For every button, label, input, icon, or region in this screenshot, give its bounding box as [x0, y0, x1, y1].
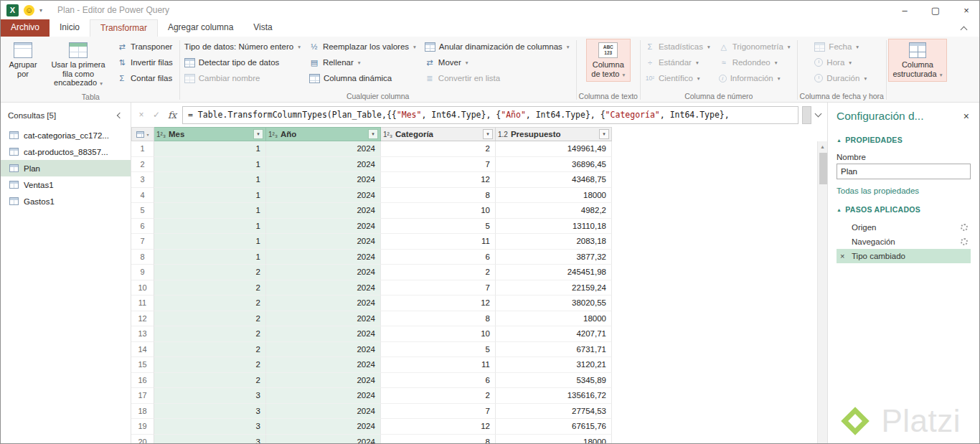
todas-las-propiedades-link[interactable]: Todas las propiedades — [837, 186, 971, 195]
tipo-de-datos-button[interactable]: Tipo de datos: Número entero ▾ — [182, 39, 305, 54]
cell[interactable]: 27754,53 — [496, 404, 612, 420]
filter-button[interactable]: ▾ — [253, 129, 263, 139]
formula-input[interactable]: = Table.TransformColumnTypes(Plan_Table,… — [182, 106, 798, 124]
gear-icon[interactable] — [961, 224, 968, 231]
cell[interactable]: 2024 — [266, 357, 381, 373]
cell[interactable]: 2024 — [266, 280, 381, 296]
agrupar-por-button[interactable]: Agrupar por — [4, 39, 42, 80]
cell[interactable]: 8 — [381, 311, 496, 327]
vertical-scrollbar[interactable]: ▲ — [817, 141, 827, 444]
row-number[interactable]: 3 — [131, 172, 154, 188]
cell[interactable]: 2 — [154, 342, 266, 358]
cell[interactable]: 2024 — [266, 250, 381, 265]
columna-estructurada-button[interactable]: Columna estructurada ▾ — [889, 39, 946, 81]
collapse-pane-icon[interactable] — [117, 113, 123, 118]
row-number[interactable]: 18 — [131, 404, 154, 420]
trigonometria-button[interactable]: △ Trigonometría ▾ — [717, 39, 795, 54]
row-number[interactable]: 14 — [131, 342, 154, 358]
sidebar-item-4[interactable]: Ventas1 — [1, 176, 131, 193]
cell[interactable]: 4207,71 — [496, 326, 612, 342]
mover-button[interactable]: ⇄ Mover ▾ — [423, 55, 574, 70]
row-number[interactable]: 2 — [131, 157, 154, 173]
rellenar-button[interactable]: ▤ Rellenar ▾ — [307, 55, 420, 70]
cell[interactable]: 1 — [154, 219, 266, 235]
cell[interactable]: 3 — [154, 435, 266, 444]
filter-button[interactable]: ▾ — [483, 129, 493, 139]
tab-inicio[interactable]: Inicio — [50, 19, 90, 37]
cell[interactable]: 7 — [381, 280, 496, 296]
row-number[interactable]: 12 — [131, 311, 154, 327]
cell[interactable]: 18000 — [496, 188, 612, 204]
cell[interactable]: 6731,71 — [496, 342, 612, 358]
cell[interactable]: 4982,2 — [496, 203, 612, 219]
cell[interactable]: 2024 — [266, 435, 381, 444]
cell[interactable]: 5345,89 — [496, 373, 612, 389]
cell[interactable]: 3 — [154, 419, 266, 435]
cell[interactable]: 13110,18 — [496, 219, 612, 235]
cell[interactable]: 2 — [154, 373, 266, 389]
cell[interactable]: 2024 — [266, 157, 381, 173]
row-number[interactable]: 19 — [131, 419, 154, 435]
gear-icon[interactable] — [961, 238, 968, 245]
cell[interactable]: 149961,49 — [496, 141, 612, 157]
cell[interactable]: 2024 — [266, 342, 381, 358]
cell[interactable]: 2 — [154, 296, 266, 311]
columna-dinamica-button[interactable]: Columna dinámica — [307, 71, 420, 85]
cell[interactable]: 2 — [154, 357, 266, 373]
cell[interactable]: 2024 — [266, 388, 381, 404]
cell[interactable]: 43468,75 — [496, 172, 612, 188]
minimize-button[interactable]: – — [892, 1, 918, 19]
row-number[interactable]: 16 — [131, 373, 154, 389]
cell[interactable]: 135616,72 — [496, 388, 612, 404]
columna-de-texto-button[interactable]: ABC123 Columna de texto ▾ — [587, 39, 630, 81]
cell[interactable]: 2024 — [266, 172, 381, 188]
row-number[interactable]: 13 — [131, 326, 154, 342]
contar-filas-button[interactable]: Σ Contar filas — [115, 71, 177, 85]
convertir-en-lista-button[interactable]: ≣ Convertir en lista — [423, 71, 574, 85]
cell[interactable]: 38020,55 — [496, 296, 612, 311]
cell[interactable]: 2024 — [266, 265, 381, 280]
estandar-button[interactable]: ÷ Estándar ▾ — [643, 55, 715, 70]
scroll-up-icon[interactable]: ▲ — [818, 141, 827, 151]
cell[interactable]: 67615,76 — [496, 419, 612, 435]
column-header-año[interactable]: 1²₃Año▾ — [266, 127, 381, 141]
column-header-mes[interactable]: 1²₃Mes▾ — [154, 127, 266, 141]
estadisticas-button[interactable]: Σ Estadísticas ▾ — [643, 39, 715, 54]
cell[interactable]: 7 — [381, 404, 496, 420]
cell[interactable]: 22159,24 — [496, 280, 612, 296]
fecha-button[interactable]: Fecha ▾ — [812, 39, 871, 54]
cell[interactable]: 10 — [381, 326, 496, 342]
cell[interactable]: 7 — [381, 157, 496, 173]
cell[interactable]: 18000 — [496, 311, 612, 327]
cancel-formula-icon[interactable]: × — [136, 110, 147, 120]
cell[interactable]: 2024 — [266, 188, 381, 204]
cell[interactable]: 2024 — [266, 296, 381, 311]
cell[interactable]: 2024 — [266, 311, 381, 327]
row-number[interactable]: 5 — [131, 203, 154, 219]
row-number[interactable]: 10 — [131, 280, 154, 296]
applied-step-1[interactable]: Origen — [837, 220, 971, 235]
query-name-input[interactable] — [837, 164, 971, 179]
anular-dinamizacion-button[interactable]: Anular dinamización de columnas ▾ — [423, 39, 574, 54]
select-all-corner[interactable]: ▾ — [131, 127, 154, 141]
cell[interactable]: 3120,21 — [496, 357, 612, 373]
cell[interactable]: 2 — [154, 311, 266, 327]
row-number[interactable]: 7 — [131, 234, 154, 250]
row-number[interactable]: 20 — [131, 435, 154, 444]
cell[interactable]: 2024 — [266, 373, 381, 389]
cell[interactable]: 36896,45 — [496, 157, 612, 173]
close-pane-icon[interactable]: × — [962, 110, 971, 122]
duracion-button[interactable]: Duración ▾ — [812, 71, 871, 85]
row-number[interactable]: 15 — [131, 357, 154, 373]
cell[interactable]: 1 — [154, 250, 266, 265]
cell[interactable]: 6 — [381, 250, 496, 265]
cell[interactable]: 2083,18 — [496, 234, 612, 250]
cell[interactable]: 2024 — [266, 203, 381, 219]
cell[interactable]: 1 — [154, 203, 266, 219]
cell[interactable]: 1 — [154, 141, 266, 157]
feedback-smiley-icon[interactable]: ☺ — [24, 5, 34, 16]
hora-button[interactable]: Hora ▾ — [812, 55, 871, 70]
cell[interactable]: 6 — [381, 373, 496, 389]
filter-button[interactable]: ▾ — [599, 129, 609, 139]
row-number[interactable]: 11 — [131, 296, 154, 311]
